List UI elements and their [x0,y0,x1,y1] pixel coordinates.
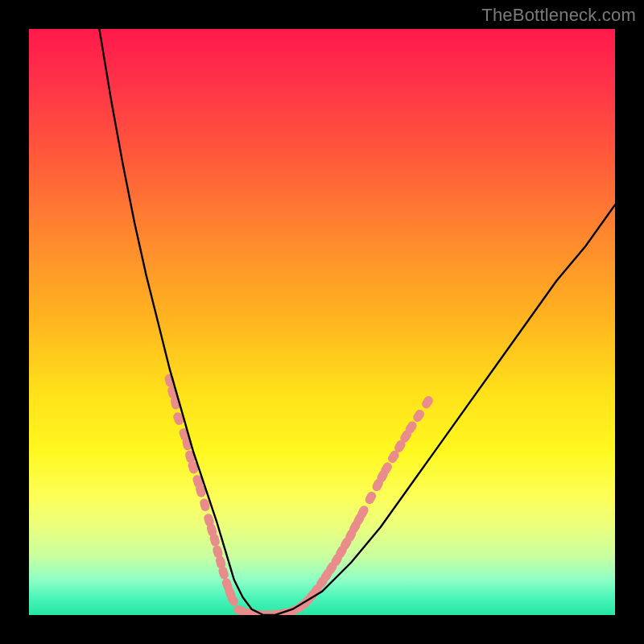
marker-group [163,374,435,615]
chart-frame: TheBottleneck.com [0,0,644,644]
plot-area [29,29,615,615]
curve-layer [29,29,615,615]
highlight-marker [420,394,435,410]
highlight-marker [364,490,378,506]
watermark-text: TheBottleneck.com [481,5,636,26]
highlight-marker [411,408,426,423]
